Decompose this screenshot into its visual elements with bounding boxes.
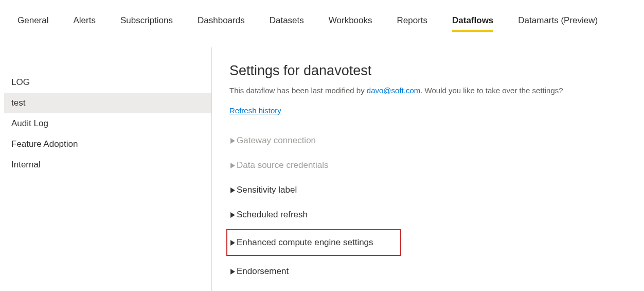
section-label: Enhanced compute engine settings (237, 237, 373, 248)
tab-label: Subscriptions (120, 15, 173, 25)
section-label: Sensitivity label (237, 185, 297, 195)
content-area: LOG test Audit Log Feature Adoption Inte… (0, 47, 644, 291)
caret-right-icon (229, 187, 236, 193)
sidebar-item-label: LOG (11, 77, 30, 87)
tab-label: Datamarts (Preview) (518, 15, 598, 25)
tab-alerts[interactable]: Alerts (73, 15, 95, 32)
owner-email-link[interactable]: davo@soft.com (367, 86, 420, 95)
subtitle-prefix: This dataflow has been last modified by (229, 86, 367, 95)
section-label: Scheduled refresh (237, 210, 308, 220)
tab-workbooks[interactable]: Workbooks (329, 15, 372, 32)
sidebar-item-label: Feature Adoption (11, 139, 78, 149)
section-sensitivity-label[interactable]: Sensitivity label (229, 178, 632, 202)
sidebar-item-audit-log[interactable]: Audit Log (4, 113, 211, 134)
tab-label: Datasets (270, 15, 304, 25)
subtitle: This dataflow has been last modified by … (229, 86, 632, 95)
sidebar-item-test[interactable]: test (4, 93, 211, 113)
tab-general[interactable]: General (17, 15, 48, 32)
section-label: Endorsement (237, 266, 289, 277)
section-enhanced-compute-engine[interactable]: Enhanced compute engine settings (229, 234, 373, 251)
sidebar-item-label: Internal (11, 160, 41, 169)
sidebar: LOG test Audit Log Feature Adoption Inte… (0, 47, 212, 291)
tab-datasets[interactable]: Datasets (270, 15, 304, 32)
main-panel: Settings for danavotest This dataflow ha… (212, 47, 644, 291)
tab-label: Dashboards (198, 15, 245, 25)
tab-label: Alerts (73, 15, 95, 25)
sidebar-item-label: test (11, 98, 25, 108)
section-label: Data source credentials (237, 160, 329, 170)
tab-label: Dataflows (452, 15, 493, 25)
tab-subscriptions[interactable]: Subscriptions (120, 15, 173, 32)
sidebar-item-internal[interactable]: Internal (4, 155, 211, 175)
top-tabs: General Alerts Subscriptions Dashboards … (0, 0, 644, 32)
tab-label: General (17, 15, 48, 25)
sidebar-item-label: Audit Log (11, 118, 48, 128)
section-gateway-connection[interactable]: Gateway connection (229, 128, 632, 153)
section-scheduled-refresh[interactable]: Scheduled refresh (229, 202, 632, 227)
refresh-history-link[interactable]: Refresh history (229, 106, 281, 115)
caret-right-icon (229, 162, 236, 168)
tab-dashboards[interactable]: Dashboards (198, 15, 245, 32)
section-data-source-credentials[interactable]: Data source credentials (229, 153, 632, 178)
sidebar-item-log[interactable]: LOG (4, 72, 211, 93)
tab-reports[interactable]: Reports (397, 15, 428, 32)
caret-right-icon (229, 138, 236, 144)
caret-right-icon (229, 268, 236, 275)
caret-right-icon (229, 212, 236, 218)
section-endorsement[interactable]: Endorsement (229, 259, 632, 284)
sidebar-item-feature-adoption[interactable]: Feature Adoption (4, 134, 211, 155)
tab-label: Reports (397, 15, 428, 25)
section-label: Gateway connection (237, 135, 316, 146)
page-title: Settings for danavotest (229, 63, 632, 79)
caret-right-icon (229, 239, 236, 246)
tab-dataflows[interactable]: Dataflows (452, 15, 493, 32)
tab-label: Workbooks (329, 15, 372, 25)
tab-datamarts[interactable]: Datamarts (Preview) (518, 15, 598, 32)
subtitle-suffix: . Would you like to take over the settin… (420, 86, 563, 95)
highlight-box: Enhanced compute engine settings (226, 229, 401, 256)
